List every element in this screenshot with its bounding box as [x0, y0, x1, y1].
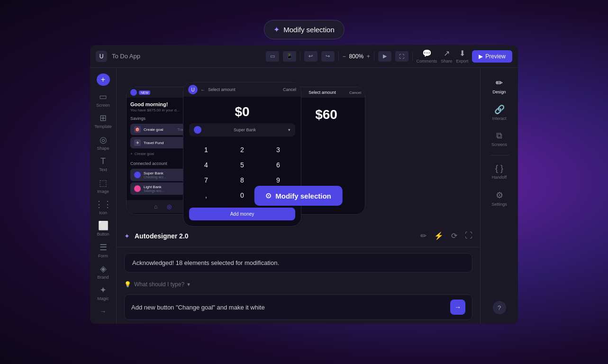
- send-button[interactable]: →: [450, 300, 465, 315]
- chat-input[interactable]: [131, 304, 445, 311]
- desktop-view-btn[interactable]: ▭: [266, 51, 279, 62]
- bank-account-2: Savings acc...: [144, 189, 164, 192]
- template-icon: ⊞: [100, 113, 107, 123]
- ai-logo-icon: ✦: [124, 232, 130, 240]
- handoff-icon: { }: [495, 164, 503, 173]
- topbar: U To Do App ▭ 📱 ↩ ↪ − 800% + ▶ ⛶ 💬 Comme…: [90, 45, 518, 68]
- sidebar-collapse-btn[interactable]: →: [93, 305, 114, 318]
- expand-tool-btn[interactable]: ⛶: [465, 231, 472, 240]
- numpad-key-6[interactable]: 6: [261, 158, 295, 172]
- what-type-label: What should I type?: [134, 281, 184, 288]
- sidebar-item-image[interactable]: ⬚ Image: [93, 176, 114, 195]
- chat-input-container: →: [124, 294, 472, 320]
- numpad-key-7[interactable]: 7: [189, 173, 223, 187]
- overlay-bank-chevron: ▾: [288, 127, 290, 132]
- overlay-title: Select amount: [208, 87, 236, 92]
- overlay-cancel[interactable]: Cancel: [283, 87, 296, 92]
- sidebar-item-text[interactable]: T Text: [93, 154, 114, 173]
- lightbulb-icon: 💡: [124, 281, 131, 288]
- modify-pill[interactable]: ✦ Modify selection: [263, 20, 345, 39]
- left-sidebar: + ▭ Screen ⊞ Template ◎ Shape T Text ⬚ I…: [90, 68, 117, 324]
- sidebar-item-icon[interactable]: ⋮⋮ Icon: [93, 197, 114, 217]
- sidebar-item-shape[interactable]: ◎ Shape: [93, 133, 114, 152]
- redo-btn[interactable]: ↪: [321, 51, 335, 62]
- comments-btn[interactable]: 💬 Comments: [417, 49, 437, 64]
- share-btn[interactable]: ↗ Share: [441, 49, 452, 64]
- image-label: Image: [97, 189, 109, 194]
- overlay-add-money[interactable]: Add money: [189, 208, 295, 220]
- overlay-back[interactable]: ←: [200, 87, 205, 92]
- numpad-key-9[interactable]: 9: [261, 173, 295, 187]
- zoom-plus[interactable]: +: [367, 53, 370, 60]
- interact-icon: 🔗: [494, 104, 505, 115]
- bank-account-1: Checking acc...: [144, 175, 166, 179]
- sidebar-item-template[interactable]: ⊞ Template: [93, 111, 114, 131]
- divider-3: [374, 52, 374, 61]
- share-icon: ↗: [444, 49, 450, 58]
- history-tool-btn[interactable]: ⟳: [451, 231, 457, 240]
- phone3-cancel: Cancel: [349, 91, 361, 95]
- sidebar-item-button[interactable]: ⬜ Button: [93, 219, 114, 238]
- fullscreen-btn[interactable]: ⛶: [395, 51, 408, 62]
- image-icon: ⬚: [99, 178, 107, 188]
- comments-label: Comments: [417, 59, 437, 64]
- nav-goal-icon: ◎: [167, 203, 172, 210]
- numpad-key-4[interactable]: 4: [189, 158, 223, 172]
- overlay-topbar: U ← Select amount Cancel: [183, 82, 301, 97]
- numpad-key-5[interactable]: 5: [225, 158, 259, 172]
- zoom-minus[interactable]: −: [343, 53, 346, 60]
- canvas[interactable]: NEW ← Good morning! You have $875.00 in …: [117, 68, 480, 324]
- modify-selection-btn[interactable]: ⊙ Modify selection: [254, 186, 343, 206]
- ai-chat-panel: ✦ Autodesigner 2.0 ✏ ⚡ ⟳ ⛶ Acknowledged!…: [117, 225, 480, 324]
- help-button[interactable]: ?: [493, 301, 506, 314]
- bank-circle-1: [134, 172, 141, 178]
- preview-label: Preview: [485, 53, 506, 60]
- sidebar-item-design[interactable]: ✏ Design: [485, 73, 514, 98]
- numpad-key-8[interactable]: 8: [225, 173, 259, 187]
- numpad-key-3[interactable]: 3: [261, 143, 295, 156]
- edit-tool-btn[interactable]: ✏: [420, 231, 427, 240]
- form-icon: ☰: [100, 242, 107, 253]
- interact-label: Interact: [492, 116, 506, 121]
- add-button[interactable]: +: [97, 73, 110, 86]
- undo-btn[interactable]: ↩: [304, 51, 318, 62]
- screen-label: Screen: [96, 103, 110, 108]
- settings-label: Settings: [491, 202, 507, 207]
- sidebar-item-settings[interactable]: ⚙ Settings: [485, 186, 514, 210]
- sidebar-item-screens[interactable]: ⧉ Screens: [485, 127, 514, 151]
- sidebar-item-brand[interactable]: ◈ Brand: [93, 262, 114, 281]
- sidebar-item-magic[interactable]: ✦ Magic: [93, 283, 114, 303]
- sidebar-item-screen[interactable]: ▭ Screen: [93, 90, 114, 109]
- export-btn[interactable]: ⬇ Export: [456, 49, 468, 64]
- what-should-type[interactable]: 💡 What should I type? ▾: [117, 278, 480, 291]
- sidebar-item-form[interactable]: ☰ Form: [93, 240, 114, 260]
- bank-name-2: Light Bank: [144, 185, 164, 189]
- settings-icon: ⚙: [496, 190, 503, 200]
- sparkle-icon: ✦: [273, 25, 280, 34]
- share-label: Share: [441, 59, 452, 64]
- phone3-amount: $60: [292, 107, 360, 122]
- numpad-key-comma[interactable]: ,: [189, 189, 223, 202]
- icon-icon: ⋮⋮: [95, 199, 112, 209]
- ack-message: Acknowledged! 18 elements selected for m…: [124, 253, 472, 273]
- phone1-avatar: [130, 89, 137, 96]
- mobile-view-btn[interactable]: 📱: [283, 51, 296, 62]
- button-icon: ⬜: [98, 220, 109, 231]
- numpad-key-1[interactable]: 1: [189, 143, 223, 156]
- play-btn[interactable]: ▶: [378, 51, 391, 62]
- overlay-bank-selector[interactable]: Super Bank ▾: [189, 123, 295, 136]
- topbar-controls: ▭ 📱 ↩ ↪ − 800% + ▶ ⛶ 💬 Comments ↗ Share: [266, 49, 512, 64]
- numpad-key-2[interactable]: 2: [225, 143, 259, 156]
- button-label: Button: [97, 232, 109, 237]
- ai-title: Autodesigner 2.0: [135, 232, 189, 240]
- export-icon: ⬇: [459, 49, 465, 58]
- text-label: Text: [99, 167, 107, 172]
- sidebar-item-interact[interactable]: 🔗 Interact: [485, 100, 514, 125]
- app-container: U To Do App ▭ 📱 ↩ ↪ − 800% + ▶ ⛶ 💬 Comme…: [90, 45, 518, 324]
- sidebar-item-handoff[interactable]: { } Handoff: [485, 159, 514, 184]
- bolt-tool-btn[interactable]: ⚡: [434, 231, 444, 240]
- handoff-label: Handoff: [492, 175, 507, 180]
- preview-button[interactable]: ▶ Preview: [472, 50, 512, 63]
- modify-btn-label: Modify selection: [275, 192, 331, 200]
- ai-header: ✦ Autodesigner 2.0 ✏ ⚡ ⟳ ⛶: [117, 225, 480, 247]
